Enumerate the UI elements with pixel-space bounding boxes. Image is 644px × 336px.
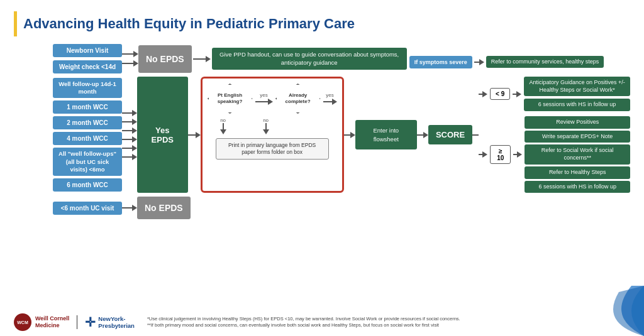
refer-community: Refer to community services, healthy ste… xyxy=(486,56,604,68)
no-label-d1: no xyxy=(220,117,226,123)
footer-note2: **If both primary mood and social concer… xyxy=(147,322,460,329)
outcome-gte10-3: Refer to Healthy Steps xyxy=(525,166,630,179)
nyp-cross-icon: ✛ xyxy=(85,316,96,328)
if-symptoms-severe: If symptoms severe xyxy=(409,56,472,68)
slide: Advancing Health Equity in Pediatric Pri… xyxy=(0,0,644,336)
title-accent xyxy=(14,11,17,36)
footer: WCM Weill Cornell Medicine ✛ NewYork- Pr… xyxy=(14,313,630,331)
diamond-english-speaking: Pt English speaking? xyxy=(208,84,253,114)
enter-flowsheet: Enter into flowsheet xyxy=(355,120,417,149)
ppd-handout-box: Give PPD handout, can use to guide conve… xyxy=(212,48,407,70)
outcome-lt9-1: 6 sessions with HS in follow up xyxy=(524,99,630,111)
yes2-label: yes xyxy=(326,92,333,98)
input-weight-check: Weight check <14d xyxy=(53,60,122,73)
footer-note1: *Use clinical judgement in involving Hea… xyxy=(147,316,460,323)
outcome-lt9-0: Anticipatory Guidance on Positives +/- H… xyxy=(524,77,630,96)
no-label-d2: no xyxy=(263,117,269,123)
input-1mo-wcc: 1 month WCC xyxy=(53,100,122,114)
yes-label: yes xyxy=(260,92,267,98)
input-well-followups-all: All "well follow-ups" (all but UC sick v… xyxy=(53,148,122,176)
score-lt9-label: < 9 xyxy=(490,88,510,100)
input-newborn-visit: Newborn Visit xyxy=(53,44,122,57)
print-box: Print in primary language from EPDS pape… xyxy=(216,138,329,160)
yes-epds: Yes EPDS xyxy=(137,77,188,193)
wave-decoration xyxy=(575,286,644,336)
input-uc-visit: <6 month UC visit xyxy=(53,202,122,215)
input-2mo-wcc: 2 month WCC xyxy=(53,116,122,129)
outcome-gte10-1: Write separate EPDS+ Note xyxy=(525,131,630,143)
cornell-logo-icon: WCM xyxy=(14,313,31,331)
outcome-gte10-4: 6 sessions with HS in follow up xyxy=(525,181,630,193)
logos: WCM Weill Cornell Medicine ✛ NewYork- Pr… xyxy=(14,313,135,331)
outcome-gte10-0: Review Positives xyxy=(525,116,630,129)
diamond-already-complete: Already complete? xyxy=(275,84,321,114)
outcome-gte10-2: Refer to Social Work if social concerns*… xyxy=(525,144,630,164)
input-well-followup: Well follow-up 14d-1 month xyxy=(53,78,122,99)
nyp-logo: ✛ NewYork- Presbyterian xyxy=(77,315,135,330)
score-box: SCORE xyxy=(428,125,472,144)
score-gte10-label: ≥ 10 xyxy=(490,145,511,164)
nyp-logo-text: NewYork- Presbyterian xyxy=(98,315,135,330)
no-epds-top: No EPDS xyxy=(138,45,192,73)
cornell-logo: WCM Weill Cornell Medicine xyxy=(14,313,69,331)
cornell-logo-text: Weill Cornell Medicine xyxy=(35,315,69,329)
title-bar: Advancing Health Equity in Pediatric Pri… xyxy=(14,11,630,36)
no-epds-bottom: No EPDS xyxy=(137,197,191,219)
decision-area: Pt English speaking? yes Already complet… xyxy=(201,77,344,193)
input-4mo-wcc: 4 month WCC xyxy=(53,132,122,145)
input-6mo-wcc: 6 month WCC xyxy=(53,178,122,192)
page-title: Advancing Health Equity in Pediatric Pri… xyxy=(23,16,355,32)
footer-notes: *Use clinical judgement in involving Hea… xyxy=(147,316,460,329)
